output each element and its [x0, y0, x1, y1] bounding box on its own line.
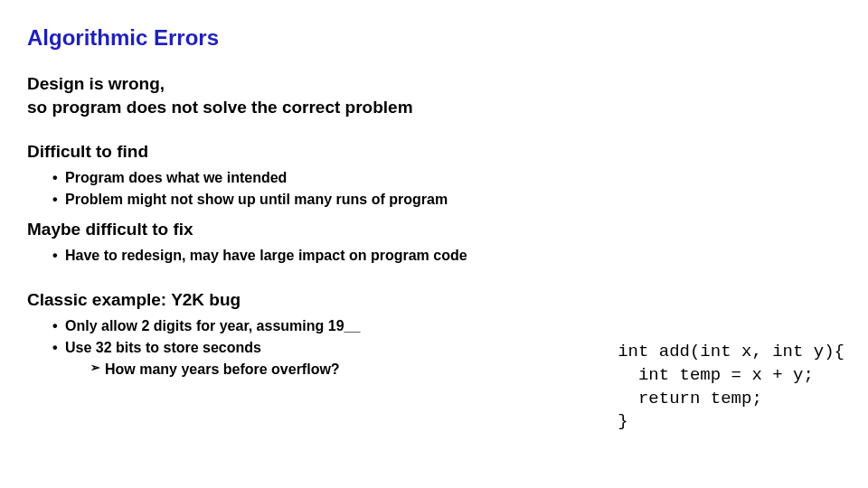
- list-item: Have to redesign, may have large impact …: [52, 245, 841, 267]
- bullet-list-1: Program does what we intended Problem mi…: [52, 167, 841, 211]
- intro-line-1: Design is wrong,: [27, 74, 165, 93]
- list-item-text: Use 32 bits to store seconds: [65, 340, 261, 355]
- code-snippet: int add(int x, int y){ int temp = x + y;…: [618, 341, 844, 434]
- section-heading-difficult-fix: Maybe difficult to fix: [27, 220, 841, 239]
- list-item: Program does what we intended: [52, 167, 841, 189]
- intro-paragraph: Design is wrong, so program does not sol…: [27, 72, 841, 118]
- bullet-list-2: Have to redesign, may have large impact …: [52, 245, 841, 267]
- section-heading-example: Classic example: Y2K bug: [27, 290, 841, 310]
- list-item: Only allow 2 digits for year, assuming 1…: [52, 315, 841, 337]
- slide-title: Algorithmic Errors: [27, 25, 841, 51]
- section-heading-difficult-find: Difficult to find: [27, 142, 841, 162]
- list-item: Problem might not show up until many run…: [52, 189, 841, 211]
- intro-line-2: so program does not solve the correct pr…: [27, 98, 413, 117]
